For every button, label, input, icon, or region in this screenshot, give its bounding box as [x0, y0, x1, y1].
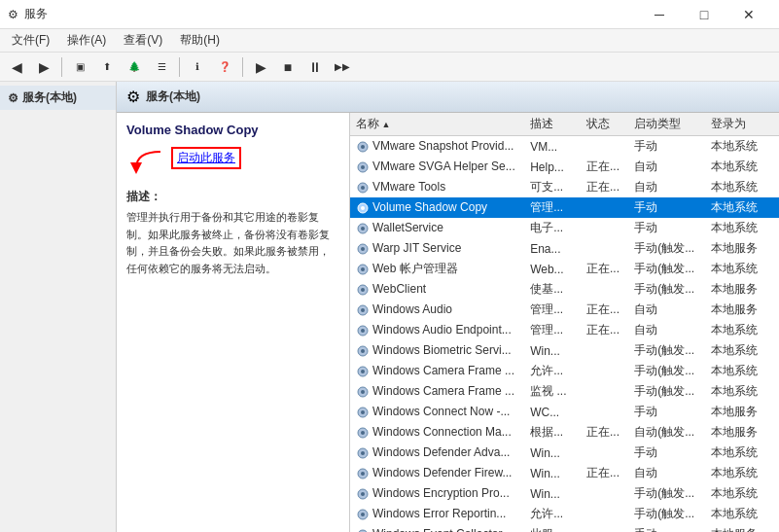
table-cell: 手动(触发...	[628, 361, 705, 381]
table-cell: Volume Shadow Copy	[350, 197, 524, 218]
table-row[interactable]: VMware Snapshot Provid...VM...手动本地系统	[350, 136, 779, 158]
table-row[interactable]: WebClient使基...手动(触发...本地服务	[350, 279, 779, 300]
main-layout: ⚙ 服务(本地) ⚙ 服务(本地) Volume Shadow Copy	[0, 82, 779, 532]
tree-button[interactable]: 🌲	[122, 55, 147, 79]
table-row[interactable]: Web 帐户管理器Web...正在...手动(触发...本地系统	[350, 259, 779, 279]
table-cell: 此服...	[524, 524, 581, 532]
table-cell	[581, 218, 628, 238]
close-button[interactable]: ✕	[726, 2, 771, 27]
table-cell: 本地服务	[705, 402, 779, 422]
table-cell: 允许...	[524, 361, 581, 381]
table-row[interactable]: Windows Encryption Pro...Win...手动(触发...本…	[350, 483, 779, 504]
table-cell	[581, 504, 628, 524]
svg-point-27	[361, 410, 365, 414]
table-cell: 手动(触发...	[628, 259, 705, 279]
menu-action[interactable]: 操作(A)	[59, 30, 114, 51]
table-cell: 自动(触发...	[628, 422, 705, 443]
table-row[interactable]: Windows Defender Firew...Win...正在...自动本地…	[350, 463, 779, 483]
menu-view[interactable]: 查看(V)	[116, 30, 170, 51]
table-cell: 手动	[628, 443, 705, 463]
table-row[interactable]: Windows Connect Now -...WC...手动本地服务	[350, 402, 779, 422]
restart-button[interactable]: ▶▶	[330, 55, 355, 79]
col-header-status[interactable]: 状态	[581, 113, 628, 136]
up-button[interactable]: ⬆	[94, 55, 120, 79]
table-row[interactable]: Windows Camera Frame ...监视 ...手动(触发...本地…	[350, 381, 779, 402]
table-row[interactable]: VMware SVGA Helper Se...Help...正在...自动本地…	[350, 157, 779, 177]
svg-point-15	[361, 288, 365, 292]
table-cell: 正在...	[581, 177, 628, 197]
forward-button[interactable]: ▶	[31, 55, 56, 79]
table-row[interactable]: WalletService电子...手动本地系统	[350, 218, 779, 238]
table-cell: Windows Error Reportin...	[350, 504, 524, 524]
table-row[interactable]: Windows Audio Endpoint...管理...正在...自动本地系…	[350, 320, 779, 340]
table-cell: Windows Defender Adva...	[350, 443, 524, 463]
table-cell: VMware Tools	[350, 177, 524, 197]
title-controls: ─ □ ✕	[637, 2, 771, 27]
table-cell: 电子...	[524, 218, 581, 238]
menu-help[interactable]: 帮助(H)	[172, 30, 228, 51]
start-service-link[interactable]: 启动此服务	[171, 147, 241, 169]
table-cell: 本地系统	[705, 483, 779, 504]
show-hide-button[interactable]: ▣	[67, 55, 92, 79]
list-button[interactable]: ☰	[149, 55, 174, 79]
table-row[interactable]: Warp JIT ServiceEna...手动(触发...本地服务	[350, 238, 779, 259]
table-row[interactable]: Windows Defender Adva...Win...手动本地系统	[350, 443, 779, 463]
table-cell	[581, 238, 628, 259]
table-cell: 正在...	[581, 300, 628, 320]
toolbar-sep-1	[61, 57, 62, 77]
table-cell: 可支...	[524, 177, 581, 197]
back-button[interactable]: ◀	[4, 55, 29, 79]
stop-button[interactable]: ■	[275, 55, 301, 79]
table-cell: 手动(触发...	[628, 483, 705, 504]
nav-label: 服务(本地)	[22, 89, 77, 106]
help-button[interactable]: ❓	[212, 55, 237, 79]
table-cell	[581, 340, 628, 361]
col-header-login[interactable]: 登录为	[705, 113, 779, 136]
table-cell: Windows Audio	[350, 300, 524, 320]
table-cell: 手动(触发...	[628, 381, 705, 402]
table-cell	[581, 361, 628, 381]
table-row[interactable]: VMware Tools可支...正在...自动本地系统	[350, 177, 779, 197]
table-row[interactable]: Windows Connection Ma...根据...正在...自动(触发.…	[350, 422, 779, 443]
pause-button[interactable]: ⏸	[302, 55, 328, 79]
maximize-button[interactable]: □	[682, 2, 726, 27]
table-cell: Windows Audio Endpoint...	[350, 320, 524, 340]
table-row[interactable]: Windows Biometric Servi...Win...手动(触发...…	[350, 340, 779, 361]
table-cell: 本地服务	[705, 300, 779, 320]
table-row[interactable]: Windows Audio管理...正在...自动本地服务	[350, 300, 779, 320]
svg-point-17	[361, 308, 365, 312]
table-cell: 本地系统	[705, 443, 779, 463]
table-cell: 本地系统	[705, 136, 779, 158]
col-header-startup[interactable]: 启动类型	[628, 113, 705, 136]
table-row[interactable]: Windows Camera Frame ...允许...手动(触发...本地系…	[350, 361, 779, 381]
table-cell: Windows Biometric Servi...	[350, 340, 524, 361]
minimize-button[interactable]: ─	[637, 2, 682, 27]
col-header-desc[interactable]: 描述	[524, 113, 581, 136]
table-cell: 允许...	[524, 504, 581, 524]
table-row[interactable]: Volume Shadow Copy管理...手动本地系统	[350, 197, 779, 218]
nav-item-services-local[interactable]: ⚙ 服务(本地)	[0, 86, 116, 110]
properties-button[interactable]: ℹ	[185, 55, 210, 79]
table-cell: 手动	[628, 402, 705, 422]
table-cell: 管理...	[524, 300, 581, 320]
table-cell	[581, 197, 628, 218]
table-cell: 自动	[628, 177, 705, 197]
table-row[interactable]: Windows Error Reportin...允许...手动(触发...本地…	[350, 504, 779, 524]
menu-file[interactable]: 文件(F)	[4, 30, 57, 51]
table-row[interactable]: Windows Event Collector此服...手动本地服务	[350, 524, 779, 532]
svg-point-37	[361, 513, 365, 516]
arrow-icon	[126, 147, 165, 176]
table-cell: Help...	[524, 157, 581, 177]
play-button[interactable]: ▶	[248, 55, 273, 79]
col-header-name[interactable]: 名称	[350, 113, 524, 136]
table-cell: 手动	[628, 136, 705, 158]
table-header-row: 名称 描述 状态 启动类型 登录为	[350, 113, 779, 136]
table-cell: Windows Defender Firew...	[350, 463, 524, 483]
table-cell: VMware SVGA Helper Se...	[350, 157, 524, 177]
table-cell: 监视 ...	[524, 381, 581, 402]
svg-point-23	[361, 370, 365, 373]
right-pane: 名称 描述 状态 启动类型 登录为 VMware Snapshot Provid…	[350, 113, 779, 532]
arrow-indicator: 启动此服务	[126, 147, 339, 181]
svg-point-31	[361, 451, 365, 455]
table-cell: 本地服务	[705, 238, 779, 259]
